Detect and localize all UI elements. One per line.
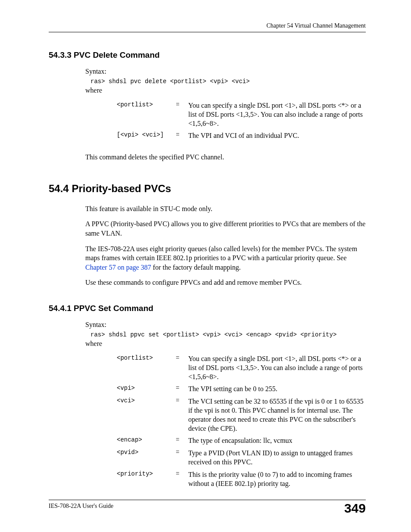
- param-desc: This is the priority value (0 to 7) to a…: [188, 470, 366, 492]
- equals-icon: =: [176, 436, 188, 449]
- chapter-label: Chapter 54 Virtual Channel Management: [266, 22, 366, 29]
- body-paragraph: Use these commands to configure PPVCs an…: [85, 278, 366, 287]
- param-desc: You can specify a single DSL port <1>, a…: [188, 101, 366, 131]
- equals-icon: =: [176, 131, 188, 144]
- table-row: <encap> = The type of encapsulation: llc…: [117, 436, 366, 449]
- body-paragraph: This feature is available in STU-C mode …: [85, 204, 366, 214]
- page-number: 349: [344, 501, 366, 516]
- text-run: The IES-708-22A uses eight priority queu…: [85, 245, 357, 262]
- syntax-label: Syntax:: [85, 68, 366, 75]
- equals-icon: =: [176, 355, 188, 385]
- equals-icon: =: [176, 470, 188, 492]
- table-row: <pvid> = Type a PVID (Port VLAN ID) to a…: [117, 449, 366, 470]
- footer-guide-title: IES-708-22A User's Guide: [49, 503, 113, 510]
- syntax-label: Syntax:: [85, 321, 366, 329]
- param-table-5441: <portlist> = You can specify a single DS…: [117, 355, 366, 492]
- page-header: Chapter 54 Virtual Channel Management: [49, 22, 366, 32]
- body-paragraph: This command deletes the specified PVC c…: [85, 152, 366, 162]
- text-run: for the factory default mapping.: [151, 264, 241, 271]
- table-row: <portlist> = You can specify a single DS…: [117, 355, 366, 385]
- equals-icon: =: [176, 101, 188, 131]
- cross-reference-link[interactable]: Chapter 57 on page 387: [85, 264, 151, 271]
- param-name: <vpi>: [117, 385, 176, 397]
- param-table-5433: <portlist> = You can specify a single DS…: [117, 101, 366, 144]
- param-desc: The type of encapsulation: llc, vcmux: [188, 436, 366, 449]
- param-name: <portlist>: [117, 355, 176, 385]
- param-desc: Type a PVID (Port VLAN ID) to assign to …: [188, 449, 366, 470]
- heading-54-3-3: 54.3.3 PVC Delete Command: [49, 50, 366, 60]
- table-row: <portlist> = You can specify a single DS…: [117, 101, 366, 131]
- equals-icon: =: [176, 385, 188, 397]
- heading-54-4-1: 54.4.1 PPVC Set Command: [49, 304, 366, 313]
- table-row: <vci> = The VCI setting can be 32 to 655…: [117, 397, 366, 436]
- param-name: <pvid>: [117, 449, 176, 470]
- body-paragraph: The IES-708-22A uses eight priority queu…: [85, 244, 366, 272]
- equals-icon: =: [176, 397, 188, 436]
- heading-54-4: 54.4 Priority-based PVCs: [49, 183, 366, 195]
- param-desc: You can specify a single DSL port <1>, a…: [188, 355, 366, 385]
- param-name: [<vpi> <vci>]: [117, 131, 176, 144]
- param-desc: The VCI setting can be 32 to 65535 if th…: [188, 397, 366, 436]
- param-desc: The VPI and VCI of an individual PVC.: [188, 131, 366, 144]
- param-name: <priority>: [117, 470, 176, 492]
- param-name: <portlist>: [117, 101, 176, 131]
- table-row: [<vpi> <vci>] = The VPI and VCI of an in…: [117, 131, 366, 144]
- command-line: ras> shdsl ppvc set <portlist> <vpi> <vc…: [90, 331, 366, 338]
- param-name: <encap>: [117, 436, 176, 449]
- where-label: where: [85, 340, 366, 348]
- page-footer: IES-708-22A User's Guide 349: [49, 500, 366, 516]
- equals-icon: =: [176, 449, 188, 470]
- param-name: <vci>: [117, 397, 176, 436]
- param-desc: The VPI setting can be 0 to 255.: [188, 385, 366, 397]
- table-row: <vpi> = The VPI setting can be 0 to 255.: [117, 385, 366, 397]
- table-row: <priority> = This is the priority value …: [117, 470, 366, 492]
- command-line: ras> shdsl pvc delete <portlist> <vpi> <…: [90, 78, 366, 85]
- where-label: where: [85, 87, 366, 94]
- body-paragraph: A PPVC (Priority-based PVC) allows you t…: [85, 219, 366, 238]
